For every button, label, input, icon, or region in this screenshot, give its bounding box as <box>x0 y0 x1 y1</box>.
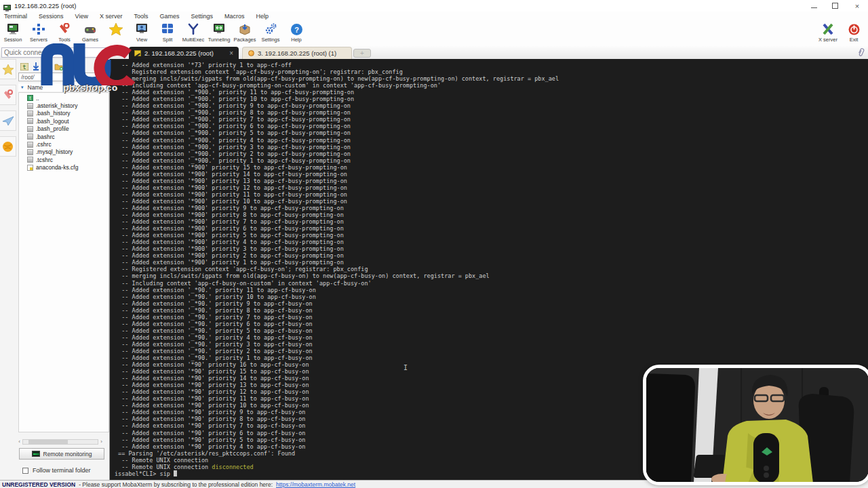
side-tab-sftp-globe-icon[interactable] <box>0 136 16 157</box>
terminal-line: -- Added extension '*900' priority 4 to … <box>115 239 868 245</box>
tools-side-icon <box>3 88 14 102</box>
menu-settings[interactable]: Settings <box>191 13 213 20</box>
toolbar-games-button[interactable]: Games <box>77 21 103 45</box>
scroll-right-icon[interactable]: › <box>98 439 104 445</box>
tunneling-icon <box>212 22 226 36</box>
close-button[interactable]: × <box>853 2 861 10</box>
sftp-terminal-t-button[interactable]: t <box>20 60 28 73</box>
file-name: .. <box>36 95 39 102</box>
file-row[interactable]: t.. <box>19 94 108 102</box>
terminal-line: -- Added extension '_*90.' priority 9 to… <box>115 300 868 307</box>
file-row[interactable]: .bash_profile <box>19 125 108 133</box>
menu-view[interactable]: View <box>75 13 88 20</box>
terminal-t-icon: t <box>20 60 28 73</box>
toolbar-settings-button[interactable]: Settings <box>258 21 283 45</box>
path-input[interactable] <box>18 73 109 81</box>
toolbar-help-button[interactable]: ?Help <box>283 21 309 45</box>
presenter-illustration <box>646 368 868 483</box>
scrollbar-track[interactable] <box>22 439 98 445</box>
toolbar-tools-button[interactable]: Tools <box>52 21 77 45</box>
tab-session-2[interactable]: 2. 192.168.20.225 (root) × <box>129 47 239 59</box>
terminal-tab-icon <box>134 50 141 56</box>
toolbar-sessions-star-button[interactable] <box>103 21 129 45</box>
toolbar-split-button[interactable]: Split <box>155 21 180 45</box>
file-row[interactable]: .bashrc <box>19 133 108 140</box>
file-row[interactable]: anaconda-ks.cfg <box>19 164 108 171</box>
file-tree-header[interactable]: ▾ Name <box>18 83 109 92</box>
quick-connect-input[interactable] <box>1 47 106 58</box>
games-label: Games <box>82 37 98 43</box>
toolbar-multiexec-button[interactable]: MultiExec <box>180 21 206 45</box>
svg-text:t: t <box>22 64 26 70</box>
file-row[interactable]: .bash_history <box>19 110 108 117</box>
terminal-line: -- Added extension '*900' priority 9 to … <box>115 205 868 211</box>
text-cursor-icon: I <box>403 364 408 371</box>
file-name: anaconda-ks.cfg <box>36 164 78 171</box>
view-icon <box>135 22 149 36</box>
menu-sessions[interactable]: Sessions <box>39 13 64 20</box>
sftp-new-folder-button[interactable] <box>54 60 63 73</box>
paperclip-icon[interactable] <box>857 47 865 60</box>
toolbar-xserver-button[interactable]: X server <box>815 21 841 45</box>
view-label: View <box>136 37 147 43</box>
sftp-download-button[interactable] <box>33 60 39 73</box>
toolbar-packages-button[interactable]: Packages <box>232 21 258 45</box>
tab-close-icon[interactable]: × <box>229 49 233 57</box>
terminal-line: -- Added extension '*900' priority 6 to … <box>115 225 868 232</box>
file-name: .bash_logout <box>36 118 69 125</box>
menu-macros[interactable]: Macros <box>224 13 245 20</box>
side-tab-sessions-star-icon[interactable] <box>0 59 16 79</box>
toolbar-view-button[interactable]: View <box>129 21 155 45</box>
tab-session-3[interactable]: 3. 192.168.20.225 (root) (1) <box>242 47 352 59</box>
file-row[interactable]: .tcshrc <box>19 156 108 163</box>
mobatek-link[interactable]: https://mobaxterm.mobatek.net <box>276 481 355 488</box>
scroll-left-icon[interactable]: ‹ <box>16 439 22 445</box>
terminal-line: -- Added extension '_*900.' priority 6 t… <box>115 123 868 129</box>
sftp-upload-button[interactable] <box>43 60 50 73</box>
packages-label: Packages <box>234 37 256 43</box>
new-tab-button[interactable]: + <box>353 49 371 58</box>
toolbar-exit-button[interactable]: Exit <box>841 21 867 45</box>
terminal-line: -- Added extension '_*90.' priority 5 to… <box>115 327 868 334</box>
maximize-button[interactable] <box>832 3 838 9</box>
file-row[interactable]: .asterisk_history <box>19 102 108 109</box>
scrollbar-thumb[interactable] <box>28 440 68 444</box>
menu-tools[interactable]: Tools <box>134 13 148 20</box>
sidebar-scrollbar[interactable]: ‹ › <box>16 439 104 445</box>
exit-label: Exit <box>850 37 859 43</box>
toolbar-servers-button[interactable]: Servers <box>26 21 52 45</box>
toolbar-tunneling-button[interactable]: Tunneling <box>206 21 232 45</box>
download-icon <box>33 60 39 73</box>
terminal-line: -- Added extension '*900' priority 3 to … <box>115 245 868 252</box>
help-icon: ? <box>290 22 303 36</box>
status-message: - Please support MobaXterm by subscribin… <box>79 481 273 488</box>
menu-terminal[interactable]: Terminal <box>4 13 27 20</box>
collapse-arrow-icon[interactable]: ▾ <box>21 85 24 90</box>
file-list: t...asterisk_history.bash_history.bash_l… <box>18 92 109 432</box>
file-row[interactable]: .bash_logout <box>19 117 108 125</box>
terminal-line: -- Added extension '_*900.' priority 10 … <box>115 96 868 102</box>
menu-x-server[interactable]: X server <box>100 13 123 20</box>
tab-label: 3. 192.168.20.225 (root) (1) <box>258 49 336 57</box>
menu-help[interactable]: Help <box>256 13 269 20</box>
terminal-line: -- Including context 'app-cf-busy-on-cus… <box>115 280 868 287</box>
terminal-line: -- Added extension '*900' priority 13 to… <box>115 178 868 184</box>
menu-games[interactable]: Games <box>159 13 179 20</box>
games-icon <box>83 22 97 36</box>
minimize-button[interactable] <box>811 3 817 8</box>
app-logo-icon <box>3 2 11 9</box>
file-row[interactable]: .mysql_history <box>19 148 108 156</box>
upload-icon <box>43 60 50 73</box>
folder-up-icon: t <box>27 95 33 101</box>
toolbar-session-button[interactable]: Session <box>0 21 26 45</box>
terminal-line: -- Including context 'app-cf-busy-prompt… <box>115 82 868 89</box>
remote-monitoring-button[interactable]: Remote monitoring <box>19 448 104 460</box>
follow-terminal-checkbox[interactable] <box>22 468 28 474</box>
exit-icon <box>848 22 861 36</box>
terminal-line: -- Added extension '_*90.' priority 6 to… <box>115 321 868 327</box>
file-icon <box>27 126 33 132</box>
help-label: Help <box>291 37 301 43</box>
side-tab-macros-plane-icon[interactable] <box>0 110 16 131</box>
side-tab-tools-side-icon[interactable] <box>0 85 16 105</box>
file-row[interactable]: .cshrc <box>19 140 108 148</box>
